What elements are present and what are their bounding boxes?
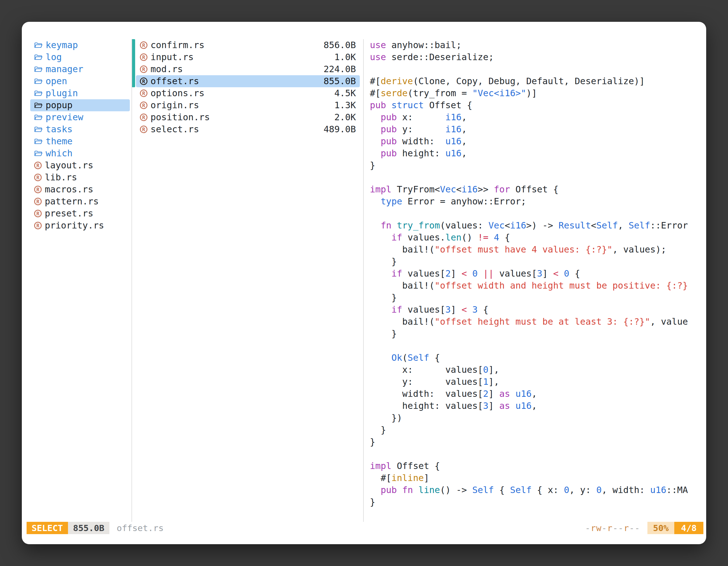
folder-name: open [46, 75, 67, 87]
folder-name: preview [46, 111, 83, 123]
rust-file-icon: R [140, 102, 147, 109]
file-name: macros.rs [45, 184, 93, 196]
code-line: if values[3] < 3 { [370, 304, 706, 316]
file-row-confirm.rs[interactable]: Rconfirm.rs856.0B [136, 39, 360, 51]
folder-row-log[interactable]: log [30, 51, 130, 63]
file-name: input.rs [151, 51, 194, 63]
parent-directory-pane: keymaplogmanageropenpluginpopuppreviewta… [22, 39, 131, 522]
code-line: use serde::Deserialize; [370, 51, 706, 63]
file-name: origin.rs [151, 99, 199, 111]
code-line: pub x: i16, [370, 111, 706, 123]
folder-row-keymap[interactable]: keymap [30, 39, 130, 51]
rust-file-icon: R [140, 114, 147, 121]
file-name: pattern.rs [45, 196, 99, 208]
rust-file-icon: R [140, 90, 147, 97]
code-line: height: values[3] as u16, [370, 400, 706, 412]
parent-directory-list: keymaplogmanageropenpluginpopuppreviewta… [30, 39, 131, 232]
rust-file-icon: R [140, 65, 147, 73]
folder-row-theme[interactable]: theme [30, 135, 130, 147]
code-line [370, 63, 706, 75]
file-size: 855.0B [323, 75, 356, 87]
folder-icon [34, 41, 43, 49]
code-line: Ok(Self { [370, 352, 706, 364]
rust-file-icon: R [140, 41, 147, 49]
file-row-macros.rs[interactable]: Rmacros.rs [30, 184, 130, 196]
code-line: pub width: u16, [370, 135, 706, 147]
folder-row-plugin[interactable]: plugin [30, 87, 130, 99]
rust-file-icon: R [34, 174, 42, 181]
code-line: } [370, 292, 706, 304]
folder-icon [34, 53, 43, 61]
folder-name: log [46, 51, 62, 63]
file-row-lib.rs[interactable]: Rlib.rs [30, 172, 130, 184]
file-row-pattern.rs[interactable]: Rpattern.rs [30, 196, 130, 208]
folder-name: which [46, 147, 72, 159]
rust-file-icon: R [140, 53, 147, 61]
file-row-position.rs[interactable]: Rposition.rs2.0K [136, 111, 360, 123]
code-line: } [370, 256, 706, 268]
file-name: lib.rs [45, 172, 77, 184]
code-line: }) [370, 412, 706, 424]
code-line [370, 340, 706, 352]
file-row-preset.rs[interactable]: Rpreset.rs [30, 208, 130, 220]
file-preview-pane: use anyhow::bail;use serde::Deserialize;… [364, 39, 706, 522]
file-row-offset.rs[interactable]: Roffset.rs855.0B [136, 75, 360, 87]
folder-row-tasks[interactable]: tasks [30, 123, 130, 135]
status-bar: SELECT 855.0B offset.rs -rw-r--r-- 50% 4… [27, 522, 703, 534]
folder-row-manager[interactable]: manager [30, 63, 130, 75]
mode-badge: SELECT [27, 522, 68, 534]
code-line: bail!("offset width and height must be p… [370, 280, 706, 292]
file-size: 1.3K [334, 99, 356, 111]
file-name: mod.rs [151, 63, 183, 75]
file-manager-window: keymaplogmanageropenpluginpopuppreviewta… [22, 22, 706, 544]
file-size: 1.0K [334, 51, 356, 63]
scroll-percent: 50% [647, 522, 674, 534]
code-line: #[derive(Clone, Copy, Debug, Default, De… [370, 75, 706, 87]
file-name: options.rs [151, 87, 205, 99]
folder-row-open[interactable]: open [30, 75, 130, 87]
rust-file-icon: R [34, 162, 42, 169]
current-directory-pane: Rconfirm.rs856.0BRinput.rs1.0KRmod.rs224… [131, 39, 364, 522]
code-line: x: values[0], [370, 364, 706, 376]
code-line: if values[2] < 0 || values[3] < 0 { [370, 268, 706, 280]
status-filename: offset.rs [117, 522, 164, 534]
code-line: #[inline] [370, 472, 706, 484]
file-row-layout.rs[interactable]: Rlayout.rs [30, 159, 130, 172]
folder-row-which[interactable]: which [30, 147, 130, 159]
file-row-origin.rs[interactable]: Rorigin.rs1.3K [136, 99, 360, 111]
file-name: layout.rs [45, 159, 93, 172]
code-line: type Error = anyhow::Error; [370, 196, 706, 208]
folder-icon [34, 78, 43, 85]
folder-icon [34, 150, 43, 158]
scrollbar-thumb[interactable] [131, 39, 135, 87]
file-row-mod.rs[interactable]: Rmod.rs224.0B [136, 63, 360, 75]
code-line: use anyhow::bail; [370, 39, 706, 51]
folder-name: theme [46, 135, 72, 147]
code-line: pub struct Offset { [370, 99, 706, 111]
file-row-input.rs[interactable]: Rinput.rs1.0K [136, 51, 360, 63]
folder-row-popup[interactable]: popup [30, 99, 130, 111]
rust-file-icon: R [34, 198, 42, 205]
file-row-priority.rs[interactable]: Rpriority.rs [30, 220, 130, 232]
code-line: pub fn line() -> Self { Self { x: 0, y: … [370, 484, 706, 496]
rust-file-icon: R [34, 210, 42, 217]
file-size: 856.0B [323, 39, 356, 51]
code-line: bail!("offset height must be at least 3:… [370, 316, 706, 328]
folder-name: popup [46, 99, 72, 111]
rust-file-icon: R [34, 186, 42, 193]
panes-container: keymaplogmanageropenpluginpopuppreviewta… [22, 22, 706, 522]
file-size: 224.0B [323, 63, 356, 75]
file-row-options.rs[interactable]: Roptions.rs4.5K [136, 87, 360, 99]
code-line: impl TryFrom<Vec<i16>> for Offset { [370, 184, 706, 196]
code-line [370, 172, 706, 184]
file-size: 4.5K [334, 87, 356, 99]
folder-icon [34, 102, 43, 109]
folder-row-preview[interactable]: preview [30, 111, 130, 123]
file-name: preset.rs [45, 208, 93, 220]
code-line: width: values[2] as u16, [370, 388, 706, 400]
folder-icon [34, 114, 43, 121]
code-preview: use anyhow::bail;use serde::Deserialize;… [370, 39, 706, 508]
file-name: position.rs [151, 111, 210, 123]
file-row-select.rs[interactable]: Rselect.rs489.0B [136, 123, 360, 135]
code-line: if values.len() != 4 { [370, 232, 706, 244]
